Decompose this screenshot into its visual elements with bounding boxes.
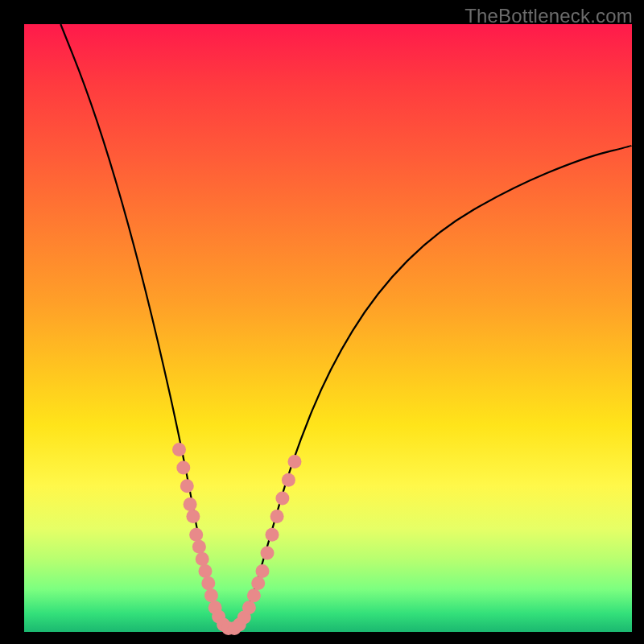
plot-area: [24, 24, 632, 632]
chart-frame: TheBottleneck.com: [0, 0, 644, 644]
scatter-dot: [184, 497, 197, 511]
scatter-dot: [261, 546, 275, 559]
scatter-dot: [242, 601, 256, 614]
scatter-dot: [247, 588, 261, 602]
scatter-dot: [282, 473, 295, 487]
watermark-text: TheBottleneck.com: [464, 5, 633, 27]
scatter-dot: [256, 564, 270, 578]
scatter-dot: [199, 564, 213, 578]
scatter-dot: [196, 552, 209, 566]
scatter-dot: [204, 588, 218, 602]
scatter-dot: [270, 510, 284, 523]
scatter-dot: [288, 455, 302, 469]
scatter-dot: [266, 528, 279, 542]
scatter-dot: [192, 540, 206, 554]
scatter-dot: [172, 443, 186, 456]
scatter-dot: [201, 576, 215, 590]
bottleneck-curve: [60, 24, 632, 632]
scatter-dot: [176, 461, 190, 475]
scatter-dot: [186, 510, 200, 523]
scatter-dot: [180, 479, 194, 493]
scatter-dots: [172, 443, 302, 635]
chart-svg: [24, 24, 632, 632]
scatter-dot: [251, 576, 265, 590]
scatter-dot: [275, 491, 289, 505]
scatter-dot: [189, 528, 203, 542]
